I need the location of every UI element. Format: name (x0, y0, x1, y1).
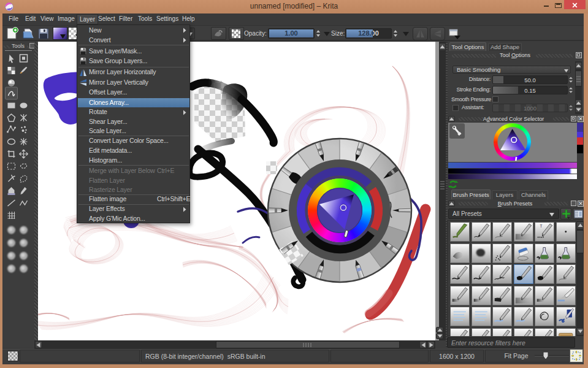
svg-text:T: T (540, 224, 542, 228)
